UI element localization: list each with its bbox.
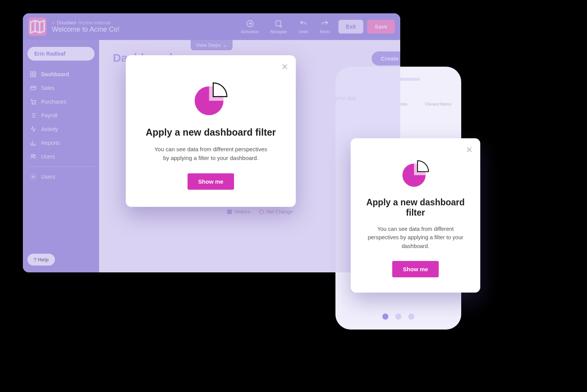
svg-point-11 [32,176,34,178]
navigate-label: Navigate [271,29,287,34]
sidebar-item-label: Payroll [41,112,58,118]
legend-label: Visitors [234,209,250,214]
list-icon [30,112,37,119]
exit-button[interactable]: Exit [338,20,364,34]
grid-icon [30,71,37,78]
close-icon[interactable]: ✕ [281,62,288,72]
svg-point-10 [34,154,35,156]
create-button[interactable]: Create [372,51,400,66]
svg-rect-2 [30,72,32,74]
svg-point-7 [32,104,33,104]
sidebar-item-label: Reports [41,140,60,146]
legend-label: Net Change [266,209,292,214]
sidebar-item-dashboard[interactable]: Dashboard [27,67,95,81]
app-header: Disabled /Acme-Internal Welcome to Acme … [23,13,400,40]
pager-dot[interactable] [408,314,414,320]
sidebar-item-label: Users [41,174,55,180]
page-title: Welcome to Acme Co! [52,26,120,34]
legend-net-change: Net Change [259,209,292,214]
sidebar-item-purchases[interactable]: Purchases [27,95,95,109]
pager-dot[interactable] [395,314,401,320]
show-me-button[interactable]: Show me [392,261,439,277]
sidebar-item-settings-users[interactable]: Users [27,170,95,184]
svg-rect-3 [34,72,36,74]
header-buttons: Exit Save [338,20,395,34]
header-title-block: Disabled /Acme-Internal Welcome to Acme … [52,20,120,34]
chevron-down-icon: ⌄ [223,42,227,48]
header-actions: Activation Navigate Undo Redo [241,19,330,34]
breadcrumb: /Acme-Internal [79,20,111,26]
legend-swatch-icon [227,210,232,214]
svg-rect-4 [30,75,32,77]
undo-label: Undo [298,29,308,34]
pie-chart-icon [401,159,430,188]
view-steps-toggle[interactable]: View Steps ⌄ [191,40,233,50]
svg-rect-1 [276,21,281,26]
activation-label: Activation [241,29,259,34]
status-dot-icon [52,21,55,24]
sidebar-item-label: Users [41,154,55,160]
modal-body: You can see data from different perspect… [366,225,465,250]
onboarding-modal-desktop: ✕ Apply a new dashboard filter You can s… [126,55,296,207]
cart-icon [30,98,37,105]
svg-rect-6 [30,86,36,90]
sidebar-item-label: Dashboard [41,71,69,77]
activation-button[interactable]: Activation [241,19,259,34]
activity-icon [30,126,37,133]
view-steps-label: View Steps [196,42,221,48]
modal-title: Apply a new dashboard filter [142,127,280,138]
legend-swatch-icon [259,210,264,214]
modal-title: Apply a new dashboard filter [362,197,469,218]
pager-dot[interactable] [382,314,388,320]
help-button[interactable]: ? Help [27,254,55,266]
status-label: Disabled [57,20,76,26]
stat-closed-items: Closed Items [425,102,451,106]
sidebar-item-sales[interactable]: Sales [27,81,95,95]
show-me-button[interactable]: Show me [188,173,234,190]
sidebar-item-activity[interactable]: Activity [27,122,95,136]
sidebar-item-reports[interactable]: Reports [27,136,95,150]
close-icon[interactable]: ✕ [466,145,473,155]
redo-label: Redo [320,29,330,34]
undo-button[interactable]: Undo [298,19,308,34]
sidebar-item-users[interactable]: Users [27,150,95,163]
sidebar-separator [27,166,95,167]
gear-icon [30,173,37,180]
sidebar: Erin Radleaf Dashboard Sales Purchases P… [23,40,99,272]
app-logo-icon [28,18,47,36]
redo-button[interactable]: Redo [320,19,330,34]
legend-visitors: Visitors [227,209,250,214]
pie-chart-icon [194,82,228,116]
pager-dots [335,314,461,320]
card-icon [30,85,37,91]
chart-icon [30,139,37,146]
sidebar-item-label: Sales [41,85,55,91]
sidebar-item-label: Activity [41,126,58,132]
svg-point-9 [31,154,33,156]
user-chip[interactable]: Erin Radleaf [27,47,95,61]
svg-rect-5 [34,75,36,77]
sidebar-item-payroll[interactable]: Payroll [27,109,95,122]
users-icon [30,153,37,160]
save-button[interactable]: Save [367,20,395,34]
navigate-button[interactable]: Navigate [271,19,287,34]
svg-point-8 [34,104,35,104]
modal-body: You can see data from different perspect… [154,145,268,163]
onboarding-modal-mobile: ✕ Apply a new dashboard filter You can s… [351,138,480,293]
sidebar-item-label: Purchases [41,99,66,105]
